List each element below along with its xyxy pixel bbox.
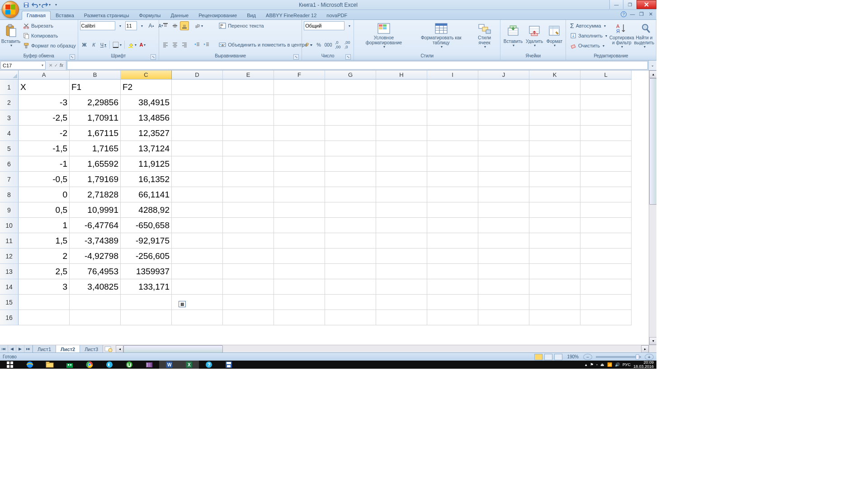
help-icon[interactable]: ?: [621, 11, 627, 17]
taskbar-word[interactable]: W: [159, 361, 179, 369]
cell[interactable]: F1: [70, 80, 121, 95]
cell[interactable]: [274, 279, 325, 295]
cell[interactable]: [172, 264, 223, 279]
cell[interactable]: [376, 110, 427, 126]
cell[interactable]: [376, 218, 427, 233]
merge-center-button[interactable]: aОбъединить и поместить в центре: [217, 40, 314, 50]
taskbar-ie[interactable]: [20, 361, 40, 369]
cell[interactable]: [325, 156, 376, 172]
cell[interactable]: 3: [19, 279, 70, 295]
cell[interactable]: [478, 295, 529, 310]
cell[interactable]: 0: [19, 187, 70, 202]
sort-filter-button[interactable]: АЯСортировка и фильтр: [610, 21, 633, 51]
cell[interactable]: [376, 249, 427, 264]
cell[interactable]: [478, 172, 529, 187]
cell[interactable]: 4288,92: [121, 202, 172, 218]
cell[interactable]: [172, 218, 223, 233]
autofill-options-icon[interactable]: ▦: [179, 301, 186, 307]
cell[interactable]: [580, 295, 632, 310]
cell[interactable]: [274, 295, 325, 310]
cell[interactable]: [427, 279, 478, 295]
cell[interactable]: [172, 202, 223, 218]
cell[interactable]: [478, 110, 529, 126]
cell[interactable]: [580, 95, 632, 110]
cell[interactable]: [121, 310, 172, 325]
cell[interactable]: [529, 264, 580, 279]
vertical-scrollbar[interactable]: ▴ ▾: [649, 70, 656, 345]
format-as-table-button[interactable]: Форматировать как таблицу: [413, 21, 470, 51]
cell[interactable]: [325, 295, 376, 310]
cell[interactable]: [70, 295, 121, 310]
cell[interactable]: 1: [19, 218, 70, 233]
minimize-ribbon-icon[interactable]: —: [629, 11, 636, 17]
cell[interactable]: [580, 202, 632, 218]
sheet-tab[interactable]: Лист3: [80, 345, 103, 352]
cell[interactable]: [172, 310, 223, 325]
tray-volume-icon[interactable]: 🔊: [615, 362, 620, 367]
cell[interactable]: 1,67115: [70, 126, 121, 141]
cell[interactable]: [376, 95, 427, 110]
cell[interactable]: 2,5: [19, 264, 70, 279]
cell[interactable]: [376, 202, 427, 218]
expand-formula-bar[interactable]: ⌄: [648, 61, 656, 70]
cell[interactable]: [376, 187, 427, 202]
bold-button[interactable]: Ж: [80, 40, 89, 49]
cell[interactable]: 1,65592: [70, 156, 121, 172]
name-box[interactable]: C17▾: [0, 61, 46, 70]
cell[interactable]: [325, 172, 376, 187]
column-header[interactable]: G: [325, 70, 376, 80]
cell[interactable]: [427, 310, 478, 325]
zoom-out-button[interactable]: −: [583, 354, 592, 360]
taskbar-audio[interactable]: [99, 361, 119, 369]
cell[interactable]: [325, 187, 376, 202]
font-color-button[interactable]: A: [138, 40, 147, 49]
fill-button[interactable]: Заполнить: [568, 31, 609, 41]
zoom-level[interactable]: 190%: [567, 354, 579, 359]
cell[interactable]: [427, 95, 478, 110]
cell[interactable]: [172, 172, 223, 187]
cell[interactable]: [172, 95, 223, 110]
cell[interactable]: [427, 80, 478, 95]
select-all-corner[interactable]: [0, 70, 19, 80]
cell[interactable]: [580, 233, 632, 249]
cell[interactable]: [580, 126, 632, 141]
cell[interactable]: [478, 95, 529, 110]
cell[interactable]: [223, 279, 274, 295]
number-format-select[interactable]: [304, 21, 344, 30]
cell[interactable]: [580, 172, 632, 187]
ribbon-tab-2[interactable]: Разметка страницы: [79, 11, 134, 19]
cell[interactable]: -92,9175: [121, 233, 172, 249]
tray-flag-icon[interactable]: ⚑: [590, 362, 594, 367]
cell[interactable]: [427, 218, 478, 233]
number-format-dropdown[interactable]: ▾: [345, 21, 354, 30]
number-dialog-launcher[interactable]: ⤡: [345, 54, 351, 60]
cell[interactable]: [529, 295, 580, 310]
italic-button[interactable]: К: [90, 40, 99, 49]
cell[interactable]: [427, 141, 478, 156]
cell[interactable]: [427, 187, 478, 202]
tray-app-icon[interactable]: ▫: [596, 362, 598, 367]
cell[interactable]: [427, 156, 478, 172]
cell[interactable]: [223, 218, 274, 233]
cell[interactable]: [529, 141, 580, 156]
cell[interactable]: [223, 310, 274, 325]
decrease-indent-button[interactable]: [193, 40, 202, 49]
autosum-button[interactable]: ΣАвтосумма: [568, 21, 609, 31]
cell[interactable]: [325, 95, 376, 110]
cell[interactable]: [478, 249, 529, 264]
sheet-tab[interactable]: Лист1: [33, 345, 56, 352]
qat-customize[interactable]: ▾: [52, 1, 61, 9]
align-middle-button[interactable]: [170, 21, 179, 30]
cell[interactable]: 2,29856: [70, 95, 121, 110]
cell[interactable]: [529, 202, 580, 218]
minimize-button[interactable]: —: [609, 0, 623, 9]
tray-up-icon[interactable]: ▴: [585, 362, 587, 367]
cell[interactable]: [172, 187, 223, 202]
cell[interactable]: [376, 233, 427, 249]
qat-undo[interactable]: [32, 1, 41, 9]
alignment-dialog-launcher[interactable]: ⤡: [293, 54, 299, 60]
cell[interactable]: [274, 126, 325, 141]
ribbon-tab-3[interactable]: Формулы: [134, 11, 166, 19]
increase-indent-button[interactable]: [202, 40, 211, 49]
align-top-button[interactable]: [161, 21, 170, 30]
